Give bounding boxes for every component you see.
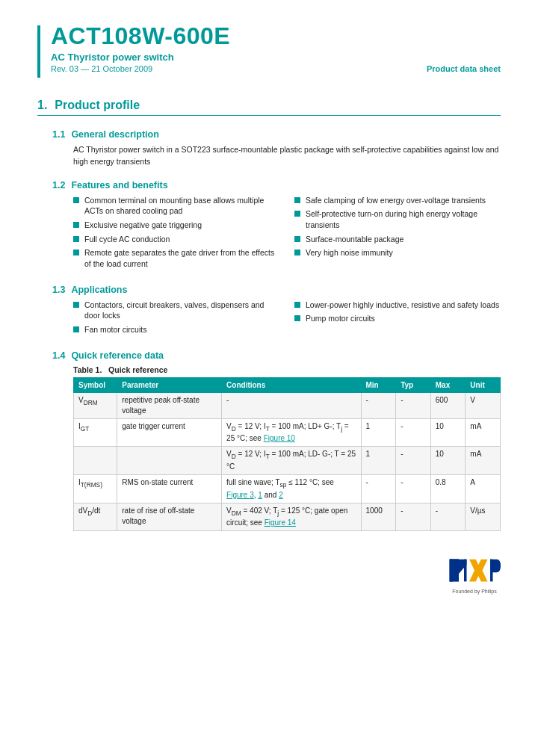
cell-unit: V/µs [466,503,501,531]
subsection-1-2-title: 1.2Features and benefits [52,180,501,190]
cell-parameter: rate of rise of off-state voltage [117,503,222,531]
subsection-1-2: 1.2Features and benefits Common terminal… [52,180,501,273]
subsection-1-1-title: 1.1General description [52,129,501,140]
cell-min: - [361,475,396,504]
cell-conditions: VD = 12 V; IT = 100 mA; LD- G-; T = 25 °… [222,447,361,475]
figure-link[interactable]: Figure 14 [265,518,296,527]
cell-typ: - [396,475,431,504]
cell-unit: mA [466,418,501,447]
bullet-icon [294,197,300,203]
subsection-1-3-title: 1.3Applications [52,285,501,295]
section1-title: 1.Product profile [37,99,501,116]
col-max: Max [430,377,466,392]
cell-parameter: RMS on-state current [117,475,222,504]
bullet-icon [73,236,79,242]
bullet-icon [294,211,300,217]
subsection-1-4: 1.4Quick reference data Table 1. Quick r… [52,350,501,532]
cell-max: 600 [430,392,466,418]
svg-marker-7 [476,560,488,582]
cell-typ: - [396,447,431,475]
cell-typ: - [396,392,431,418]
bullet-icon [73,197,79,203]
figure-link[interactable]: 1 [258,491,262,499]
subsection-1-3: 1.3Applications Contactors, circuit brea… [52,285,501,338]
feature-item: Self-protective turn-on during high ener… [294,208,501,230]
feature-item: Exclusive negative gate triggering [73,220,279,231]
quick-reference-table: Symbol Parameter Conditions Min Typ Max … [73,377,501,532]
subsection-1-4-title: 1.4Quick reference data [52,350,501,361]
cell-parameter: repetitive peak off-state voltage [117,392,222,418]
cell-max: 0.8 [430,475,466,504]
apps-col2: Lower-power highly inductive, resistive … [294,300,501,338]
figure-link[interactable]: 2 [279,491,283,499]
header-meta: Rev. 03 — 21 October 2009 Product data s… [51,64,501,73]
table-header-row: Symbol Parameter Conditions Min Typ Max … [74,377,501,392]
app-item: Contactors, circuit breakers, valves, di… [73,300,279,321]
cell-parameter: gate trigger current [117,418,222,447]
figure-link[interactable]: Figure 10 [264,434,295,442]
feature-item: Safe clamping of low energy over-voltage… [294,195,501,206]
cell-symbol: IT(RMS) [74,475,117,504]
app-item: Pump motor circuits [294,313,501,324]
bullet-icon [294,236,300,242]
nxp-logo: Founded by Philips [448,554,501,594]
cell-symbol: dVD/dt [74,503,117,531]
figure-link[interactable]: Figure 3 [226,491,254,499]
col-conditions: Conditions [222,377,361,392]
nxp-founded-text: Founded by Philips [452,589,497,594]
cell-conditions: VDM = 402 V; Tj = 125 °C; gate open circ… [222,503,361,531]
table-row: dVD/dt rate of rise of off-state voltage… [74,503,501,531]
nxp-logo-graphic [448,554,501,587]
feature-item: Common terminal on mounting base allows … [73,195,279,217]
col-typ: Typ [396,377,431,392]
cell-min: 1000 [361,503,396,531]
product-title: ACT108W-600E [51,22,501,50]
general-description-text: AC Thyristor power switch in a SOT223 su… [73,144,501,168]
app-item: Fan motor circuits [73,324,279,335]
feature-item: Very high noise immunity [294,247,501,258]
bullet-icon [73,222,79,228]
subsection-1-1: 1.1General description AC Thyristor powe… [52,129,501,168]
doc-type: Product data sheet [427,64,501,73]
cell-unit: mA [466,447,501,475]
col-unit: Unit [466,377,501,392]
header-content: ACT108W-600E AC Thyristor power switch R… [51,22,501,73]
cell-conditions: VD = 12 V; IT = 100 mA; LD+ G-; Tj = 25 … [222,418,361,447]
bullet-icon [294,302,300,308]
header-accent-bar [37,25,40,78]
cell-typ: - [396,418,431,447]
applications-grid: Contactors, circuit breakers, valves, di… [73,300,501,338]
page-footer: Founded by Philips [37,554,501,594]
cell-unit: A [466,475,501,504]
app-item: Lower-power highly inductive, resistive … [294,300,501,311]
page-header: ACT108W-600E AC Thyristor power switch R… [37,22,501,78]
cell-parameter [117,447,222,475]
cell-conditions: - [222,392,361,418]
product-subtitle: AC Thyristor power switch [51,52,501,63]
bullet-icon [73,302,79,308]
cell-min: 1 [361,418,396,447]
cell-unit: V [466,392,501,418]
bullet-icon [73,250,79,255]
col-parameter: Parameter [117,377,222,392]
cell-min: 1 [361,447,396,475]
cell-conditions: full sine wave; Tsp ≤ 112 °C; see Figure… [222,475,361,504]
bullet-icon [294,315,300,321]
cell-symbol: VDRM [74,392,117,418]
cell-max: - [430,503,466,531]
feature-item: Remote gate separates the gate driver fr… [73,247,279,269]
table-row: VD = 12 V; IT = 100 mA; LD- G-; T = 25 °… [74,447,501,475]
features-grid: Common terminal on mounting base allows … [73,195,501,273]
bullet-icon [294,250,300,255]
bullet-icon [73,326,79,332]
features-col2: Safe clamping of low energy over-voltage… [294,195,501,273]
apps-col1: Contactors, circuit breakers, valves, di… [73,300,279,338]
col-symbol: Symbol [74,377,117,392]
revision-text: Rev. 03 — 21 October 2009 [51,64,152,73]
cell-min: - [361,392,396,418]
cell-max: 10 [430,447,466,475]
col-min: Min [361,377,396,392]
table-row: IGT gate trigger current VD = 12 V; IT =… [74,418,501,447]
table-row: VDRM repetitive peak off-state voltage -… [74,392,501,418]
cell-max: 10 [430,418,466,447]
